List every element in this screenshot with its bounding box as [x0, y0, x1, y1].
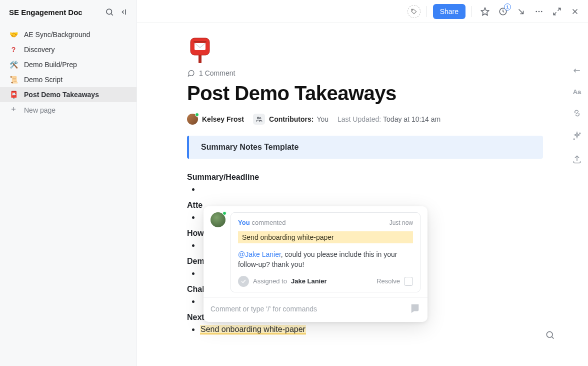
page-title[interactable]: Post Demo Takeaways	[187, 82, 543, 105]
tag-icon[interactable]	[408, 5, 420, 18]
updated-label: Last Updated:	[338, 115, 381, 123]
comment-author: You	[238, 219, 250, 226]
author-avatar[interactable]	[187, 114, 198, 125]
sidebar-item-post-demo[interactable]: 📮 Post Demo Takeaways	[0, 87, 136, 102]
doc-collection-title: SE Engagement Doc	[9, 8, 104, 17]
comment-input-row	[204, 297, 428, 322]
close-icon[interactable]	[568, 5, 582, 19]
send-comment-icon[interactable]	[410, 302, 420, 315]
sidebar-list: 🤝 AE Sync/Background ? Discovery 🛠️ Demo…	[0, 27, 136, 118]
download-icon[interactable]	[514, 5, 528, 19]
comment-card: You commented Just now Send onboarding w…	[230, 212, 420, 292]
sidebar-item-label: Demo Build/Prep	[24, 61, 77, 69]
svg-rect-20	[198, 54, 202, 63]
share-button[interactable]: Share	[433, 4, 466, 19]
sidebar-item-ae-sync[interactable]: 🤝 AE Sync/Background	[0, 27, 136, 42]
comment-input[interactable]	[210, 301, 404, 317]
assignment-check-icon[interactable]	[238, 276, 249, 287]
contributors-value[interactable]: You	[316, 115, 328, 123]
svg-point-18	[574, 139, 574, 140]
svg-line-1	[111, 14, 112, 15]
comment-author-avatar[interactable]	[210, 212, 226, 227]
tools-icon: 🛠️	[9, 61, 18, 69]
svg-point-5	[412, 10, 412, 10]
plus-icon	[9, 106, 18, 114]
assigned-label: Assigned to	[253, 277, 287, 285]
contributors-icon	[253, 114, 265, 125]
right-rail: Aa	[566, 65, 588, 165]
indent-icon[interactable]	[572, 65, 582, 76]
svg-line-8	[519, 9, 524, 14]
mention[interactable]: @Jake Lanier	[238, 250, 281, 258]
sidebar-item-demo-script[interactable]: 📜 Demo Script	[0, 72, 136, 87]
list-item[interactable]	[200, 185, 543, 194]
resolve-checkbox[interactable]	[404, 277, 413, 286]
meta-row: Kelsey Frost Contributors: You Last Upda…	[187, 114, 543, 125]
link-icon[interactable]	[572, 108, 582, 119]
assignee-name[interactable]: Jake Lanier	[291, 277, 372, 285]
sidebar-item-demo-build[interactable]: 🛠️ Demo Build/Prep	[0, 57, 136, 72]
notifications-icon[interactable]: 1	[496, 5, 510, 19]
comment-action: commented	[252, 219, 390, 226]
svg-line-12	[558, 8, 560, 11]
new-page-label: New page	[24, 106, 56, 114]
mailbox-icon: 📮	[9, 91, 18, 99]
svg-line-28	[552, 337, 554, 339]
sidebar-item-label: Post Demo Takeaways	[24, 91, 99, 99]
svg-point-11	[541, 11, 542, 12]
section-heading[interactable]: Summary/Headline	[187, 173, 543, 182]
comments-toggle[interactable]: 1 Comment	[187, 69, 543, 77]
sidebar-item-discovery[interactable]: ? Discovery	[0, 42, 136, 57]
comment-quote: Send onboarding white-paper	[238, 231, 413, 243]
svg-rect-24	[194, 41, 206, 43]
comment-count: 1 Comment	[199, 69, 235, 77]
sidebar-header: SE Engagement Doc	[0, 4, 136, 24]
svg-line-13	[554, 12, 556, 15]
top-toolbar: Share 1	[137, 0, 588, 23]
svg-point-26	[260, 118, 261, 119]
comment-popup: You commented Just now Send onboarding w…	[204, 206, 428, 322]
more-icon[interactable]	[532, 5, 546, 19]
comment-icon	[187, 69, 195, 77]
typography-icon[interactable]: Aa	[573, 88, 582, 96]
svg-point-27	[546, 331, 552, 337]
upload-icon[interactable]	[572, 154, 582, 165]
highlighted-text[interactable]: Send onboarding white-paper	[200, 325, 306, 334]
divider	[426, 6, 427, 17]
resolve-button[interactable]: Resolve	[376, 277, 400, 285]
star-icon[interactable]	[478, 5, 492, 19]
page-search-icon[interactable]	[545, 330, 555, 342]
svg-marker-6	[482, 8, 489, 15]
expand-icon[interactable]	[550, 5, 564, 19]
search-icon[interactable]	[104, 7, 114, 17]
svg-point-17	[580, 133, 580, 134]
updated-value: Today at 10:14 am	[383, 115, 440, 123]
list-item[interactable]: Send onboarding white-paper	[200, 325, 543, 334]
sidebar-item-label: AE Sync/Background	[24, 31, 90, 39]
author-name[interactable]: Kelsey Frost	[202, 115, 244, 123]
page-emoji[interactable]	[187, 37, 213, 63]
svg-point-0	[106, 9, 112, 15]
scroll-icon: 📜	[9, 76, 18, 84]
sparkle-icon[interactable]	[572, 131, 582, 142]
sidebar: SE Engagement Doc 🤝 AE Sync/Background ?…	[0, 0, 137, 366]
svg-point-10	[538, 11, 540, 12]
comment-time: Just now	[390, 219, 413, 226]
new-page-button[interactable]: New page	[0, 102, 136, 118]
handshake-icon: 🤝	[9, 31, 18, 39]
comment-text: @Jake Lanier, could you please include t…	[238, 249, 413, 270]
divider	[472, 6, 472, 17]
callout-block[interactable]: Summary Notes Template	[187, 136, 543, 159]
svg-point-9	[536, 11, 537, 12]
contributors-label: Contributors:	[269, 115, 314, 123]
collapse-sidebar-icon[interactable]	[120, 7, 130, 17]
question-icon: ?	[9, 46, 18, 54]
sidebar-item-label: Demo Script	[24, 76, 62, 84]
presence-indicator	[195, 113, 199, 117]
notification-badge: 1	[504, 4, 511, 11]
sidebar-item-label: Discovery	[24, 46, 54, 54]
presence-indicator	[222, 211, 226, 215]
svg-point-25	[258, 117, 260, 119]
